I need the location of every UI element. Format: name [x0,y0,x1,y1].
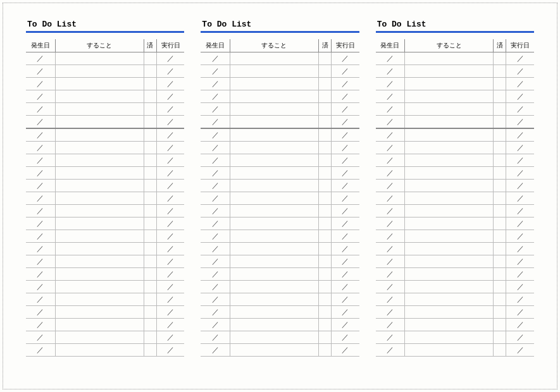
cell-done[interactable] [319,167,332,180]
cell-done[interactable] [144,319,156,331]
cell-task[interactable] [405,90,494,103]
cell-exec[interactable]: ／ [506,128,534,142]
cell-done[interactable] [319,319,332,331]
cell-done[interactable] [144,78,156,90]
cell-task[interactable] [230,65,318,78]
cell-exec[interactable]: ／ [156,319,184,331]
cell-done[interactable] [494,192,506,205]
cell-exec[interactable]: ／ [506,167,534,180]
cell-task[interactable] [230,90,318,103]
cell-done[interactable] [144,90,156,103]
cell-exec[interactable]: ／ [506,180,534,192]
cell-done[interactable] [144,116,156,129]
cell-task[interactable] [405,52,494,65]
cell-date[interactable]: ／ [26,167,55,180]
cell-date[interactable]: ／ [376,319,405,331]
cell-date[interactable]: ／ [376,243,405,255]
cell-done[interactable] [494,205,506,217]
cell-exec[interactable]: ／ [506,116,534,129]
cell-done[interactable] [494,142,506,154]
cell-date[interactable]: ／ [26,103,55,116]
cell-task[interactable] [55,255,144,268]
cell-task[interactable] [55,180,144,192]
cell-task[interactable] [230,78,318,90]
cell-exec[interactable]: ／ [156,128,184,142]
cell-task[interactable] [230,243,318,255]
cell-task[interactable] [405,243,494,255]
cell-exec[interactable]: ／ [156,255,184,268]
cell-exec[interactable]: ／ [332,293,359,306]
cell-task[interactable] [230,319,318,331]
cell-date[interactable]: ／ [26,217,55,230]
cell-date[interactable]: ／ [26,65,55,78]
cell-task[interactable] [405,255,494,268]
cell-done[interactable] [319,331,332,344]
cell-date[interactable]: ／ [26,344,55,357]
cell-done[interactable] [319,243,332,255]
cell-task[interactable] [55,306,144,319]
cell-task[interactable] [55,167,144,180]
cell-exec[interactable]: ／ [506,192,534,205]
cell-exec[interactable]: ／ [506,142,534,154]
cell-done[interactable] [319,90,332,103]
cell-task[interactable] [55,78,144,90]
cell-done[interactable] [144,128,156,142]
cell-exec[interactable]: ／ [332,192,359,205]
cell-exec[interactable]: ／ [506,90,534,103]
cell-done[interactable] [319,281,332,293]
cell-date[interactable]: ／ [26,154,55,167]
cell-exec[interactable]: ／ [332,243,359,255]
cell-done[interactable] [494,116,506,129]
cell-done[interactable] [494,154,506,167]
cell-date[interactable]: ／ [201,344,230,357]
cell-date[interactable]: ／ [26,230,55,243]
cell-done[interactable] [319,268,332,281]
cell-done[interactable] [319,293,332,306]
cell-date[interactable]: ／ [201,65,230,78]
cell-task[interactable] [55,268,144,281]
cell-task[interactable] [230,255,318,268]
cell-exec[interactable]: ／ [506,255,534,268]
cell-done[interactable] [319,230,332,243]
cell-task[interactable] [55,154,144,167]
cell-task[interactable] [230,217,318,230]
cell-exec[interactable]: ／ [332,268,359,281]
cell-task[interactable] [55,243,144,255]
cell-done[interactable] [494,293,506,306]
cell-date[interactable]: ／ [26,128,55,142]
cell-task[interactable] [55,331,144,344]
cell-date[interactable]: ／ [201,331,230,344]
cell-date[interactable]: ／ [26,306,55,319]
cell-done[interactable] [319,128,332,142]
cell-done[interactable] [494,268,506,281]
cell-task[interactable] [55,344,144,357]
cell-task[interactable] [405,306,494,319]
cell-date[interactable]: ／ [201,217,230,230]
cell-date[interactable]: ／ [376,281,405,293]
cell-exec[interactable]: ／ [156,142,184,154]
cell-done[interactable] [319,78,332,90]
cell-task[interactable] [230,116,318,129]
cell-exec[interactable]: ／ [506,230,534,243]
cell-done[interactable] [494,90,506,103]
cell-date[interactable]: ／ [26,319,55,331]
cell-task[interactable] [55,293,144,306]
cell-done[interactable] [494,78,506,90]
cell-done[interactable] [494,52,506,65]
cell-date[interactable]: ／ [26,243,55,255]
cell-exec[interactable]: ／ [506,217,534,230]
cell-date[interactable]: ／ [376,103,405,116]
cell-done[interactable] [319,65,332,78]
cell-done[interactable] [144,331,156,344]
cell-exec[interactable]: ／ [156,243,184,255]
cell-exec[interactable]: ／ [156,268,184,281]
cell-date[interactable]: ／ [201,268,230,281]
cell-task[interactable] [55,230,144,243]
cell-exec[interactable]: ／ [156,52,184,65]
cell-task[interactable] [405,103,494,116]
cell-done[interactable] [494,319,506,331]
cell-exec[interactable]: ／ [332,230,359,243]
cell-date[interactable]: ／ [201,52,230,65]
cell-task[interactable] [55,52,144,65]
cell-done[interactable] [494,180,506,192]
